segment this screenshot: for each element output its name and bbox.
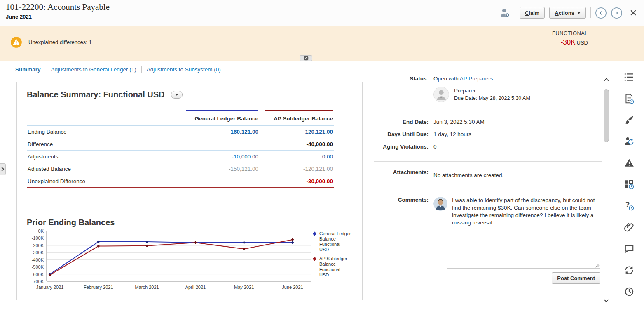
attachments-row: Attachments: No attachments are created.	[374, 169, 602, 178]
default-avatar-icon	[433, 87, 449, 102]
side-icon-rail: ?	[614, 66, 644, 309]
svg-text:January 2021: January 2021	[36, 285, 64, 290]
divider	[590, 7, 591, 18]
workflow-person-icon	[624, 136, 635, 147]
history-clock-icon	[624, 286, 635, 297]
scroll-up-button[interactable]	[603, 77, 609, 84]
sidebar-workflow-button[interactable]	[623, 136, 635, 148]
comment-input[interactable]	[447, 234, 600, 269]
comment-text: I was able to identify part of the discr…	[452, 197, 602, 226]
gl-column-accent-bar	[186, 110, 258, 111]
post-comment-button[interactable]: Post Comment	[552, 272, 600, 284]
scrollbar-thumb[interactable]	[604, 89, 609, 142]
row-label: Adjustments	[27, 151, 185, 163]
prior-balances-title: Prior Ending Balances	[27, 218, 353, 227]
ap-column-header-cell: AP Subledger Balance	[259, 110, 334, 126]
close-button[interactable]	[629, 9, 637, 17]
legend-marker-icon	[313, 257, 317, 261]
gl-value-link[interactable]: -160,121.00	[185, 126, 259, 138]
tab-adjustments-general-ledger[interactable]: Adjustments to General Ledger (1)	[51, 66, 136, 73]
banner-currency: USD	[577, 40, 588, 46]
status-assignee-link[interactable]: AP Preparers	[460, 75, 493, 82]
days-until-due-label: Days Until Due:	[374, 131, 429, 137]
empty-header-cell	[27, 110, 185, 126]
tab-adjustments-subsystem[interactable]: Adjustments to Subsystem (0)	[147, 66, 221, 73]
end-date-row: End Date: Jun 3, 2022 5:30 AM	[374, 119, 602, 125]
gl-value	[185, 175, 259, 188]
expand-panel-button[interactable]	[0, 163, 6, 175]
legend-label: General Ledger Balance Functional USD	[319, 231, 351, 252]
ap-column-accent-bar	[265, 110, 333, 111]
collapse-banner-button[interactable]	[300, 55, 312, 61]
assignee-button[interactable]	[499, 7, 510, 18]
top-bar: 101-22200: Accounts Payable June 2021 Cl…	[0, 0, 644, 26]
days-until-due-row: Days Until Due: 1 day, 12 hours	[374, 131, 602, 137]
gl-column-header-cell: General Ledger Balance	[185, 110, 259, 126]
divider	[26, 213, 353, 213]
svg-text:June 2021: June 2021	[282, 285, 303, 290]
sidebar-warnings-button[interactable]	[623, 158, 635, 170]
comment-input-wrap	[447, 234, 600, 269]
sidebar-properties-button[interactable]	[623, 72, 635, 84]
instructions-document-icon	[624, 93, 635, 104]
resize-grip-icon[interactable]	[595, 263, 600, 268]
sidebar-format-button[interactable]	[623, 115, 635, 127]
sidebar-attachments-button[interactable]	[623, 222, 635, 234]
banner-balance-summary: FUNCTIONAL -30KUSD	[552, 30, 588, 47]
divider	[374, 189, 602, 189]
sidebar-history-button[interactable]	[623, 286, 635, 298]
chevron-up-icon	[603, 77, 609, 83]
svg-text:May 2021: May 2021	[234, 285, 254, 290]
properties-list-icon	[624, 72, 635, 83]
ap-value-link[interactable]: -120,121.00	[259, 126, 334, 138]
tab-summary[interactable]: Summary	[15, 66, 41, 73]
ap-value-link[interactable]: 0.00	[259, 151, 334, 163]
commenter-photo-icon	[433, 197, 447, 211]
sidebar-comments-button[interactable]	[623, 243, 635, 255]
scroll-down-button[interactable]	[603, 298, 609, 305]
close-icon	[629, 9, 637, 17]
balance-summary-title: Balance Summary: Functional USD	[27, 90, 165, 99]
balance-summary-table: General Ledger Balance AP Subledger Bala…	[27, 110, 334, 188]
table-row: Unexplained Difference -30,000.00	[27, 175, 334, 188]
gl-value: -150,121.00	[185, 163, 259, 175]
sidebar-prior-reconciliations-button[interactable]	[623, 179, 635, 191]
sidebar-related-tasks-button[interactable]	[623, 265, 635, 277]
table-row: Adjustments -10,000.00 0.00	[27, 151, 334, 163]
commenter-avatar	[433, 197, 447, 211]
legend-label: AP Subledger Balance Functional USD	[319, 256, 351, 278]
actions-button[interactable]: Actions	[549, 7, 586, 19]
chevron-down-icon	[577, 12, 581, 14]
svg-text:-300K: -300K	[32, 250, 44, 255]
svg-text:February 2021: February 2021	[84, 285, 113, 290]
divider	[374, 113, 602, 113]
warning-banner: Unexplained differences: 1 FUNCTIONAL -3…	[0, 26, 644, 61]
warning-triangle-icon	[624, 158, 635, 168]
chevron-right-icon	[614, 10, 619, 16]
chart-legend: General Ledger Balance Functional USDAP …	[313, 229, 351, 291]
sidebar-questions-button[interactable]: ?	[623, 200, 635, 212]
previous-button[interactable]	[595, 7, 607, 19]
svg-text:-400K: -400K	[32, 257, 44, 262]
summary-tabs: Summary Adjustments to General Ledger (1…	[15, 66, 221, 73]
top-bar-actions: Claim Actions	[499, 7, 637, 19]
gl-value-link[interactable]: -10,000.00	[185, 151, 259, 163]
sidebar-instructions-button[interactable]	[623, 93, 635, 105]
row-label: Adjusted Balance	[27, 163, 185, 175]
claim-button[interactable]: Claim	[520, 7, 545, 19]
ap-value: -40,000.00	[259, 138, 334, 151]
balance-view-dropdown[interactable]	[171, 91, 183, 99]
row-label: Ending Balance	[27, 126, 185, 138]
svg-text:0K: 0K	[38, 229, 44, 234]
questions-icon: ?	[624, 200, 635, 211]
vertical-scrollbar[interactable]	[602, 77, 611, 305]
assignee-role: Preparer	[454, 87, 530, 94]
chevron-left-icon	[598, 10, 604, 16]
comment-bubble-icon	[624, 243, 635, 254]
attachments-value: No attachments are created.	[433, 172, 503, 178]
divider	[515, 7, 515, 18]
brush-icon	[624, 115, 635, 125]
next-button[interactable]	[611, 7, 622, 19]
aging-violations-row: Aging Violations: 0	[374, 144, 602, 150]
reconciliation-details-panel: Status: Open with AP Preparers Preparer …	[374, 75, 602, 284]
